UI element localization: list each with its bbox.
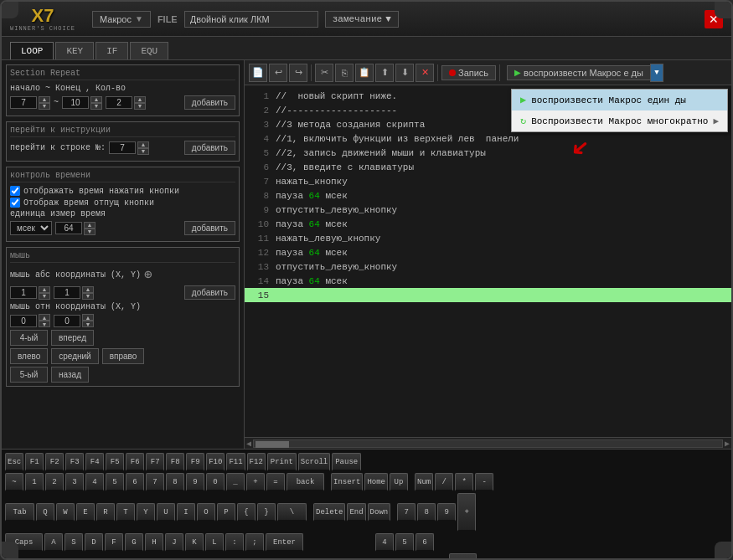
scroll-left-arrow[interactable]: ◀ — [246, 439, 251, 449]
key-esc[interactable]: Esc — [5, 453, 23, 471]
count-spin-down[interactable]: ▼ — [134, 103, 146, 110]
key-scroll[interactable]: Scroll — [298, 453, 330, 471]
back-button[interactable]: назад — [51, 367, 89, 383]
toolbar-delete[interactable]: ✕ — [416, 64, 434, 82]
key-f[interactable]: F — [105, 533, 123, 552]
key-num4[interactable]: 4 — [375, 533, 394, 552]
play-button[interactable]: ▶ воспроизвести Макрос е ды — [507, 65, 650, 80]
mouse-abs-y-input[interactable] — [54, 286, 80, 299]
tab-key[interactable]: KEY — [55, 42, 94, 59]
key-num-plus[interactable]: + — [457, 493, 476, 532]
key-f7[interactable]: F7 — [146, 453, 164, 471]
key-w[interactable]: W — [56, 503, 75, 521]
key-f6[interactable]: F6 — [126, 453, 144, 471]
rel-y-down[interactable]: ▼ — [82, 321, 94, 327]
key-colon[interactable]: : — [225, 533, 244, 552]
goto-spin-up[interactable]: ▲ — [137, 141, 149, 148]
key-pause[interactable]: Pause — [332, 453, 361, 471]
mouse-abs-add-button[interactable]: добавить — [184, 285, 235, 300]
toolbar-move-down[interactable]: ⬇ — [395, 64, 414, 82]
end-spin-up[interactable]: ▲ — [90, 96, 102, 103]
key-pipe[interactable]: \ — [277, 503, 307, 521]
key-t[interactable]: T — [116, 503, 135, 521]
key-3[interactable]: 3 — [65, 473, 84, 491]
key-a[interactable]: A — [44, 533, 63, 552]
rel-x-up[interactable]: ▲ — [39, 314, 50, 321]
count-input[interactable] — [106, 96, 132, 109]
mouse-rel-y-input[interactable] — [54, 315, 80, 327]
key-5[interactable]: 5 — [106, 473, 124, 491]
key-num7[interactable]: 7 — [397, 503, 416, 521]
key-d[interactable]: D — [85, 533, 103, 552]
key-p[interactable]: P — [217, 503, 235, 521]
key-print[interactable]: Print — [267, 453, 297, 471]
start-input[interactable] — [10, 96, 37, 109]
abs-x-up[interactable]: ▲ — [39, 286, 50, 293]
key-down[interactable]: Down — [368, 503, 391, 521]
key-i[interactable]: I — [177, 503, 195, 521]
key-9[interactable]: 9 — [186, 473, 204, 491]
mouse-rel-x-input[interactable] — [10, 315, 37, 327]
key-num[interactable]: Num — [415, 473, 433, 491]
scrollbar-thumb[interactable] — [256, 441, 289, 448]
key-6[interactable]: 6 — [126, 473, 144, 491]
end-spin-down[interactable]: ▼ — [90, 103, 102, 110]
tab-loop[interactable]: LOOP — [10, 42, 54, 59]
forward-button[interactable]: вперед — [51, 330, 94, 346]
rel-x-down[interactable]: ▼ — [39, 321, 50, 327]
toolbar-paste[interactable]: 📋 — [355, 64, 374, 82]
toolbar-move-up[interactable]: ⬆ — [375, 64, 394, 82]
start-spin-up[interactable]: ▲ — [39, 96, 50, 103]
toolbar-new[interactable]: 📄 — [249, 64, 267, 82]
key-end[interactable]: End — [347, 503, 365, 521]
mouse-abs-x-input[interactable] — [10, 286, 37, 299]
left-button[interactable]: влево — [10, 348, 48, 364]
code-editor[interactable]: 1 // новый скрипт ниже. 2 //------------… — [245, 85, 731, 437]
key-back[interactable]: back — [286, 473, 324, 491]
key-tab[interactable]: Tab — [5, 503, 34, 521]
key-num8[interactable]: 8 — [417, 503, 436, 521]
right-button[interactable]: вправо — [102, 348, 145, 364]
rel-y-up[interactable]: ▲ — [82, 314, 94, 321]
key-num-div[interactable]: / — [435, 473, 453, 491]
key-f12[interactable]: F12 — [247, 453, 266, 471]
key-num6[interactable]: 6 — [416, 533, 434, 552]
tab-if[interactable]: IF — [95, 42, 128, 59]
abs-y-down[interactable]: ▼ — [82, 293, 94, 300]
scroll-right-arrow[interactable]: ▶ — [725, 439, 730, 449]
timer-unit-select[interactable]: мсек — [10, 221, 52, 235]
key-f8[interactable]: F8 — [166, 453, 184, 471]
key-semi[interactable]: ; — [245, 533, 264, 552]
key-7[interactable]: 7 — [146, 473, 164, 491]
key-k[interactable]: K — [185, 533, 204, 552]
key-o[interactable]: O — [197, 503, 215, 521]
key-j[interactable]: J — [165, 533, 183, 552]
key-1[interactable]: 1 — [25, 473, 44, 491]
key-q[interactable]: Q — [36, 503, 54, 521]
key-f5[interactable]: F5 — [106, 453, 124, 471]
tab-equ[interactable]: EQU — [130, 42, 168, 59]
record-button[interactable]: Запись — [441, 65, 496, 80]
key-rbrace[interactable]: } — [257, 503, 276, 521]
play-once-item[interactable]: ▶ воспроизвести Макрос един ды — [512, 90, 727, 110]
key-num9[interactable]: 9 — [437, 503, 456, 521]
key-f4[interactable]: F4 — [85, 453, 104, 471]
key-f11[interactable]: F11 — [226, 453, 245, 471]
key-f10[interactable]: F10 — [206, 453, 225, 471]
start-spin-down[interactable]: ▼ — [39, 103, 50, 110]
key-lbrace[interactable]: { — [237, 503, 256, 521]
key-g[interactable]: G — [125, 533, 143, 552]
key-f1[interactable]: F1 — [25, 453, 44, 471]
key-f9[interactable]: F9 — [186, 453, 204, 471]
count-spin-up[interactable]: ▲ — [134, 96, 146, 103]
key-y[interactable]: Y — [137, 503, 155, 521]
key-4[interactable]: 4 — [85, 473, 104, 491]
key-e[interactable]: E — [76, 503, 95, 521]
toolbar-cut[interactable]: ✂ — [315, 64, 333, 82]
goto-line-input[interactable] — [109, 141, 136, 154]
key-insert[interactable]: Insert — [331, 473, 363, 491]
key-num-mul[interactable]: * — [455, 473, 473, 491]
scrollbar-track[interactable] — [253, 439, 723, 448]
abs-y-up[interactable]: ▲ — [82, 286, 94, 293]
goto-spin-down[interactable]: ▼ — [137, 148, 149, 155]
